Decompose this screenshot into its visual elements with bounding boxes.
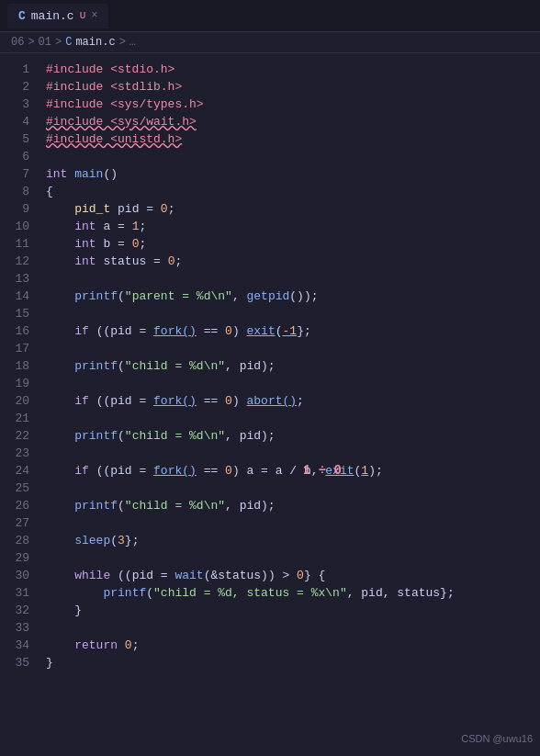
- line-number: 24: [0, 462, 29, 480]
- token: exit: [247, 324, 276, 338]
- token: fork(): [153, 394, 197, 408]
- code-content[interactable]: #include <stdio.h>#include <stdlib.h>#in…: [39, 53, 540, 751]
- breadcrumb-part-1: 06: [11, 36, 24, 49]
- token: 0: [225, 464, 232, 478]
- line-number: 15: [0, 305, 29, 322]
- code-line: [46, 148, 540, 165]
- token: ;: [139, 237, 146, 251]
- token: [46, 464, 74, 478]
- token: return: [74, 638, 118, 652]
- line-number: 10: [0, 218, 29, 235]
- token: ): [232, 394, 247, 408]
- token: , pid);: [225, 499, 276, 513]
- token: };: [125, 534, 140, 547]
- line-number: 11: [0, 235, 29, 253]
- token: int: [74, 220, 96, 233]
- token: };: [297, 324, 311, 338]
- line-number: 13: [0, 270, 29, 288]
- code-line: sleep(3};: [46, 532, 540, 549]
- token: , pid, status};: [347, 586, 455, 600]
- line-number: 9: [0, 200, 29, 218]
- watermark: CSDN @uwu16: [461, 730, 533, 748]
- token: [46, 569, 74, 582]
- line-number: 29: [0, 549, 29, 567]
- token: sleep: [74, 534, 110, 547]
- token: [46, 429, 74, 443]
- breadcrumb-part-2: 01: [39, 36, 51, 49]
- token: [46, 359, 74, 373]
- code-line: [46, 480, 540, 497]
- main-tab[interactable]: C main.c U ×: [7, 4, 108, 28]
- line-number: 20: [0, 392, 29, 410]
- token: [46, 499, 74, 513]
- token: {: [46, 185, 53, 198]
- token: ==: [197, 394, 225, 408]
- line-number: 18: [0, 357, 29, 375]
- token: , pid);: [225, 429, 276, 443]
- line-numbers: 1234567891011121314151617181920212223242…: [0, 53, 39, 751]
- token: fork(): [153, 324, 197, 338]
- line-number: 28: [0, 532, 29, 549]
- line-number: 35: [0, 654, 29, 671]
- line-number: 12: [0, 253, 29, 270]
- line-number: 31: [0, 584, 29, 602]
- token: "child = %d\n": [125, 499, 225, 513]
- code-line: [46, 619, 540, 637]
- token: }: [46, 604, 82, 617]
- token: (: [110, 534, 118, 547]
- line-number: 25: [0, 480, 29, 497]
- token: pid =: [110, 202, 161, 216]
- line-number: 5: [0, 130, 29, 148]
- line-number: 7: [0, 165, 29, 183]
- token: [118, 638, 125, 652]
- token: 3: [118, 534, 125, 547]
- token: while: [74, 569, 110, 582]
- code-line: int status = 0;: [46, 253, 540, 270]
- token: #include <unistd.h>: [46, 132, 182, 146]
- code-line: [46, 410, 540, 427]
- line-number: 14: [0, 288, 29, 305]
- code-line: while ((pid = wait(&status)) > 0} {: [46, 567, 540, 584]
- token: if: [74, 324, 89, 338]
- line-number: 23: [0, 445, 29, 462]
- line-number: 3: [0, 96, 29, 113]
- line-number: 17: [0, 340, 29, 357]
- line-number: 1: [0, 61, 29, 78]
- token: , pid);: [225, 359, 276, 373]
- token: ==: [197, 464, 225, 478]
- token: ;: [174, 254, 182, 268]
- token: [46, 202, 74, 216]
- tab-close-button[interactable]: ×: [91, 9, 97, 22]
- token: [46, 220, 74, 233]
- code-line: #include <stdlib.h>: [46, 78, 540, 96]
- code-line: printf("child = %d\n", pid);: [46, 427, 540, 445]
- annotation-label: 1 ÷ 0: [303, 462, 342, 480]
- code-line: printf("child = %d\n", pid);: [46, 497, 540, 514]
- code-line: #include <stdio.h>: [46, 61, 540, 78]
- code-line: [46, 549, 540, 567]
- line-number: 32: [0, 602, 29, 619]
- line-number: 26: [0, 497, 29, 514]
- token: #include <stdio.h>: [46, 62, 174, 76]
- code-line: }: [46, 602, 540, 619]
- breadcrumb-sep-1: >: [28, 36, 34, 49]
- token: [46, 237, 74, 251]
- token: printf: [74, 289, 118, 303]
- token: ==: [197, 324, 225, 338]
- token: b =: [96, 237, 132, 251]
- code-line: if ((pid = fork() == 0) a = a / b, exit(…: [46, 462, 540, 480]
- code-line: #include <unistd.h>: [46, 130, 540, 148]
- token: [46, 324, 74, 338]
- token: main: [74, 167, 103, 181]
- token: fork(): [153, 464, 197, 478]
- token: if: [74, 464, 89, 478]
- line-number: 2: [0, 78, 29, 96]
- editor-area: 1234567891011121314151617181920212223242…: [0, 53, 540, 751]
- breadcrumb-cicon: C: [65, 36, 72, 49]
- line-number: 30: [0, 567, 29, 584]
- token: 0: [225, 324, 232, 338]
- token: "child = %d\n": [125, 429, 225, 443]
- code-line: int main(): [46, 165, 540, 183]
- breadcrumb-sep-2: >: [55, 36, 62, 49]
- token: ): [232, 324, 247, 338]
